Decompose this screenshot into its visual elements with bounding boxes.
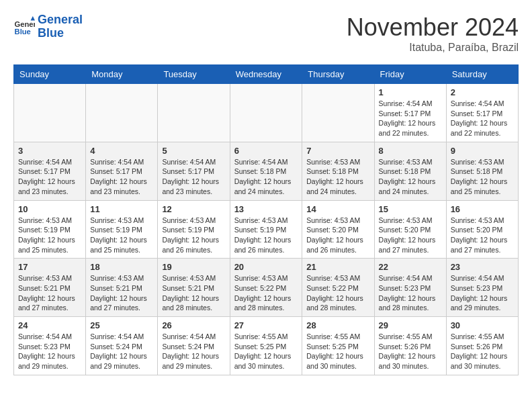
svg-text:General: General (15, 20, 35, 28)
day-info: Sunrise: 4:53 AM Sunset: 5:20 PM Dayligh… (451, 216, 514, 255)
day-info: Sunrise: 4:54 AM Sunset: 5:17 PM Dayligh… (162, 157, 225, 197)
weekday-header: Sunday (14, 65, 86, 84)
day-number: 4 (90, 146, 153, 156)
calendar-cell (158, 84, 230, 142)
calendar-cell: 9Sunrise: 4:53 AM Sunset: 5:18 PM Daylig… (446, 142, 518, 200)
logo-icon: General Blue (13, 16, 35, 38)
day-number: 19 (162, 262, 225, 272)
calendar-week-row: 3Sunrise: 4:54 AM Sunset: 5:17 PM Daylig… (14, 142, 519, 200)
day-number: 3 (18, 146, 81, 156)
day-number: 8 (379, 146, 442, 156)
calendar-cell: 1Sunrise: 4:54 AM Sunset: 5:17 PM Daylig… (374, 84, 446, 142)
day-info: Sunrise: 4:53 AM Sunset: 5:19 PM Dayligh… (162, 216, 225, 255)
day-number: 17 (18, 262, 81, 272)
calendar-cell: 27Sunrise: 4:55 AM Sunset: 5:25 PM Dayli… (230, 317, 302, 375)
calendar-cell: 25Sunrise: 4:54 AM Sunset: 5:24 PM Dayli… (86, 317, 158, 375)
weekday-header: Saturday (446, 65, 518, 84)
day-info: Sunrise: 4:53 AM Sunset: 5:20 PM Dayligh… (306, 216, 369, 255)
logo: General Blue GeneralBlue (13, 13, 83, 40)
day-info: Sunrise: 4:54 AM Sunset: 5:17 PM Dayligh… (18, 157, 81, 197)
day-info: Sunrise: 4:55 AM Sunset: 5:25 PM Dayligh… (234, 332, 298, 371)
day-number: 1 (379, 87, 442, 97)
weekday-header: Thursday (302, 65, 374, 84)
calendar-cell: 11Sunrise: 4:53 AM Sunset: 5:19 PM Dayli… (86, 200, 158, 259)
day-number: 11 (90, 204, 153, 214)
calendar-cell (230, 84, 302, 142)
day-info: Sunrise: 4:53 AM Sunset: 5:21 PM Dayligh… (90, 273, 153, 313)
calendar-week-row: 17Sunrise: 4:53 AM Sunset: 5:21 PM Dayli… (14, 259, 519, 317)
day-number: 21 (306, 262, 369, 272)
day-number: 26 (162, 320, 225, 330)
month-title: November 2024 (347, 13, 519, 42)
day-info: Sunrise: 4:53 AM Sunset: 5:19 PM Dayligh… (18, 216, 81, 255)
calendar-cell: 7Sunrise: 4:53 AM Sunset: 5:18 PM Daylig… (302, 142, 374, 200)
calendar-cell: 16Sunrise: 4:53 AM Sunset: 5:20 PM Dayli… (446, 200, 518, 259)
location-subtitle: Itatuba, Paraíba, Brazil (347, 42, 519, 54)
day-info: Sunrise: 4:53 AM Sunset: 5:19 PM Dayligh… (234, 216, 298, 255)
calendar-cell: 22Sunrise: 4:54 AM Sunset: 5:23 PM Dayli… (374, 259, 446, 317)
day-info: Sunrise: 4:53 AM Sunset: 5:22 PM Dayligh… (234, 273, 298, 313)
calendar-cell: 6Sunrise: 4:54 AM Sunset: 5:18 PM Daylig… (230, 142, 302, 200)
day-number: 27 (234, 320, 298, 330)
day-info: Sunrise: 4:55 AM Sunset: 5:26 PM Dayligh… (379, 332, 442, 371)
day-number: 10 (18, 204, 81, 214)
day-info: Sunrise: 4:55 AM Sunset: 5:26 PM Dayligh… (451, 332, 514, 371)
day-info: Sunrise: 4:54 AM Sunset: 5:17 PM Dayligh… (379, 99, 442, 138)
day-info: Sunrise: 4:53 AM Sunset: 5:18 PM Dayligh… (306, 157, 369, 197)
day-number: 18 (90, 262, 153, 272)
day-info: Sunrise: 4:54 AM Sunset: 5:17 PM Dayligh… (90, 157, 153, 197)
calendar-cell (302, 84, 374, 142)
day-info: Sunrise: 4:55 AM Sunset: 5:25 PM Dayligh… (306, 332, 369, 371)
day-info: Sunrise: 4:53 AM Sunset: 5:20 PM Dayligh… (379, 216, 442, 255)
day-info: Sunrise: 4:54 AM Sunset: 5:24 PM Dayligh… (90, 332, 153, 371)
calendar-cell: 8Sunrise: 4:53 AM Sunset: 5:18 PM Daylig… (374, 142, 446, 200)
day-info: Sunrise: 4:53 AM Sunset: 5:21 PM Dayligh… (18, 273, 81, 313)
calendar-week-row: 1Sunrise: 4:54 AM Sunset: 5:17 PM Daylig… (14, 84, 519, 142)
calendar-table: SundayMondayTuesdayWednesdayThursdayFrid… (13, 64, 519, 375)
day-info: Sunrise: 4:53 AM Sunset: 5:22 PM Dayligh… (306, 273, 369, 313)
calendar-cell: 17Sunrise: 4:53 AM Sunset: 5:21 PM Dayli… (14, 259, 86, 317)
day-info: Sunrise: 4:54 AM Sunset: 5:17 PM Dayligh… (451, 99, 514, 138)
page-header: General Blue GeneralBlue November 2024 I… (13, 13, 519, 54)
calendar-cell: 2Sunrise: 4:54 AM Sunset: 5:17 PM Daylig… (446, 84, 518, 142)
day-number: 16 (451, 204, 514, 214)
day-number: 2 (451, 87, 514, 97)
title-block: November 2024 Itatuba, Paraíba, Brazil (347, 13, 519, 54)
day-number: 5 (162, 146, 225, 156)
day-number: 20 (234, 262, 298, 272)
day-number: 9 (451, 146, 514, 156)
day-number: 12 (162, 204, 225, 214)
day-info: Sunrise: 4:53 AM Sunset: 5:18 PM Dayligh… (379, 157, 442, 197)
calendar-cell: 4Sunrise: 4:54 AM Sunset: 5:17 PM Daylig… (86, 142, 158, 200)
day-number: 29 (379, 320, 442, 330)
calendar-cell: 14Sunrise: 4:53 AM Sunset: 5:20 PM Dayli… (302, 200, 374, 259)
day-number: 15 (379, 204, 442, 214)
svg-text:Blue: Blue (15, 28, 31, 36)
day-number: 14 (306, 204, 369, 214)
day-number: 30 (451, 320, 514, 330)
calendar-cell: 21Sunrise: 4:53 AM Sunset: 5:22 PM Dayli… (302, 259, 374, 317)
weekday-header: Tuesday (158, 65, 230, 84)
day-number: 7 (306, 146, 369, 156)
logo-text: GeneralBlue (38, 13, 83, 40)
calendar-cell: 20Sunrise: 4:53 AM Sunset: 5:22 PM Dayli… (230, 259, 302, 317)
calendar-cell: 23Sunrise: 4:54 AM Sunset: 5:23 PM Dayli… (446, 259, 518, 317)
calendar-header-row: SundayMondayTuesdayWednesdayThursdayFrid… (14, 65, 519, 84)
calendar-cell (86, 84, 158, 142)
calendar-cell: 30Sunrise: 4:55 AM Sunset: 5:26 PM Dayli… (446, 317, 518, 375)
day-info: Sunrise: 4:54 AM Sunset: 5:23 PM Dayligh… (451, 273, 514, 313)
calendar-cell: 10Sunrise: 4:53 AM Sunset: 5:19 PM Dayli… (14, 200, 86, 259)
calendar-cell: 28Sunrise: 4:55 AM Sunset: 5:25 PM Dayli… (302, 317, 374, 375)
day-info: Sunrise: 4:54 AM Sunset: 5:23 PM Dayligh… (379, 273, 442, 313)
weekday-header: Monday (86, 65, 158, 84)
calendar-week-row: 10Sunrise: 4:53 AM Sunset: 5:19 PM Dayli… (14, 200, 519, 259)
day-number: 24 (18, 320, 81, 330)
calendar-cell: 15Sunrise: 4:53 AM Sunset: 5:20 PM Dayli… (374, 200, 446, 259)
calendar-cell: 13Sunrise: 4:53 AM Sunset: 5:19 PM Dayli… (230, 200, 302, 259)
day-number: 23 (451, 262, 514, 272)
calendar-cell (14, 84, 86, 142)
svg-marker-2 (31, 16, 35, 20)
calendar-cell: 3Sunrise: 4:54 AM Sunset: 5:17 PM Daylig… (14, 142, 86, 200)
day-info: Sunrise: 4:54 AM Sunset: 5:18 PM Dayligh… (234, 157, 298, 197)
day-info: Sunrise: 4:53 AM Sunset: 5:21 PM Dayligh… (162, 273, 225, 313)
